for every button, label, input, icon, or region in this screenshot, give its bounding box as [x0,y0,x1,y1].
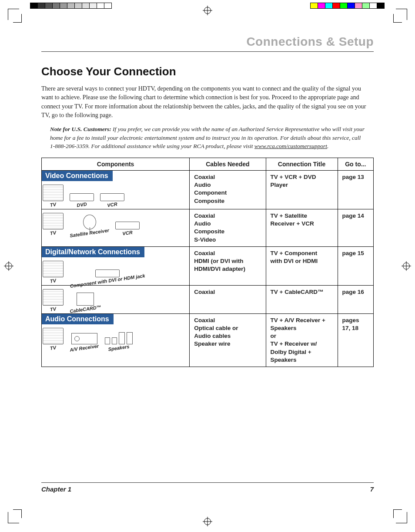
cables-cell: Coaxial [190,285,266,313]
intro-paragraph: There are several ways to connect your H… [41,84,374,120]
registration-mark-icon [204,518,211,525]
device-box: DVD [70,193,94,207]
device-row: TVCableCARD™ [42,286,189,313]
components-cell: Digital/Network ConnectionsTVComponent w… [42,246,190,285]
device-label: TV [42,201,64,209]
col-header-cables: Cables Needed [190,158,266,170]
page-footer: Chapter 1 7 [41,482,374,493]
components-cell: TVCableCARD™ [42,285,190,313]
color-bar [30,3,112,9]
section-label: Video Connections [42,171,113,181]
components-cell: Video ConnectionsTVDVDVCR [42,170,190,209]
cables-cell: CoaxialHDMI (or DVI withHDMI/DVI adapter… [190,246,266,285]
registration-mark-icon [5,263,12,269]
goto-cell: page 14 [338,209,374,246]
crop-mark [13,14,22,23]
connection-title-cell: TV + VCR + DVDPlayer [266,170,338,209]
goto-cell: page 13 [338,170,374,209]
footer-chapter: Chapter 1 [41,485,71,493]
device-label: VCR [115,229,140,237]
table-row: TVCableCARD™CoaxialTV + CableCARD™page 1… [42,285,374,313]
section-title: Choose Your Connection [41,65,374,78]
cables-cell: CoaxialOptical cable orAudio cablesSpeak… [190,313,266,367]
goto-cell: pages 17, 18 [338,313,374,367]
table-row: Video ConnectionsTVDVDVCRCoaxialAudioCom… [42,170,374,209]
connection-title-cell: TV + SatelliteReceiver + VCR [266,209,338,246]
device-label: A/V Receiver [69,343,99,352]
table-row: TVSatellite ReceiverVCRCoaxialAudioCompo… [42,209,374,246]
connection-title-cell: TV + Componentwith DVI or HDMI [266,246,338,285]
device-recv: A/V Receiver [70,333,99,350]
section-label: Digital/Network Connections [42,247,144,257]
device-label: DVD [69,200,94,209]
device-row: TVComponent with DVI or HDM jack [42,257,189,285]
device-label: Speakers [105,343,133,352]
note-link: www.rca.com/customersupport [254,143,327,149]
device-row: TVDVDVCR [42,181,189,209]
table-row: Audio ConnectionsTVA/V ReceiverSpeakersC… [42,313,374,367]
device-row: TVA/V ReceiverSpeakers [42,324,189,352]
device-tv: TV [43,261,64,283]
components-cell: Audio ConnectionsTVA/V ReceiverSpeakers [42,313,190,367]
connection-title-cell: TV + CableCARD™ [266,285,338,313]
device-box: Component with DVI or HDM jack [70,269,145,283]
note-block: Note for U.S. Customers: If you prefer, … [41,125,374,151]
device-row: TVSatellite ReceiverVCR [42,209,189,237]
device-label: CableCARD™ [70,304,102,314]
registration-mark-icon [204,7,211,14]
connection-title-cell: TV + A/V Receiver +SpeakersorTV + Receiv… [266,313,338,367]
page-content: Connections & Setup Choose Your Connecti… [41,35,374,493]
col-header-components: Components [42,158,190,170]
crop-mark [393,509,402,518]
device-card: CableCARD™ [70,293,101,312]
cables-cell: CoaxialAudioComponentComposite [190,170,266,209]
col-header-title: Connection Title [266,158,338,170]
device-box: VCR [100,193,124,207]
device-label: TV [42,305,64,313]
device-tv: TV [43,185,64,207]
device-label: TV [42,229,64,237]
device-box: VCR [115,222,140,236]
goto-cell: page 16 [338,285,374,313]
device-dish: Satellite Receiver [70,215,109,236]
note-label: Note for U.S. Customers: [50,126,111,132]
device-tv: TV [43,328,64,350]
section-label: Audio Connections [42,314,114,324]
components-cell: TVSatellite ReceiverVCR [42,209,190,246]
goto-cell: page 15 [338,246,374,285]
note-tail: . [327,143,328,149]
device-spk: Speakers [105,332,133,350]
registration-mark-icon [403,263,410,269]
footer-page-number: 7 [370,485,374,493]
device-tv: TV [43,213,64,236]
col-header-goto: Go to... [338,158,374,170]
device-label: TV [42,343,64,352]
device-label: VCR [100,200,124,209]
crop-mark [393,14,402,23]
table-row: Digital/Network ConnectionsTVComponent w… [42,246,374,285]
color-bar [311,3,385,9]
chapter-header: Connections & Setup [41,35,374,52]
crop-mark [13,509,22,518]
device-label: TV [42,276,64,285]
connections-table: Components Cables Needed Connection Titl… [41,158,374,367]
table-header-row: Components Cables Needed Connection Titl… [42,158,374,170]
device-tv: TV [43,289,64,312]
cables-cell: CoaxialAudioCompositeS-Video [190,209,266,246]
